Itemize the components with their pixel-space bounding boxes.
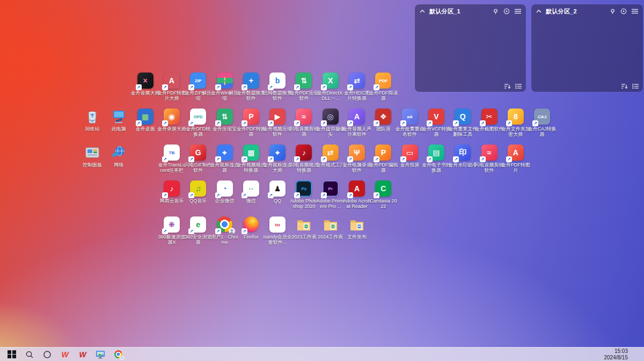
app-icon-image: ⇅↗ [217, 109, 233, 125]
shortcut-arrow-badge: ↗ [241, 120, 247, 126]
fence-title[interactable]: 默认分区_1 [429, 8, 493, 16]
app-icon-image: X↗ [323, 73, 339, 89]
desktop-icon-label: 金舟PDF阅读器 [369, 90, 398, 101]
control-panel-icon [84, 145, 100, 161]
app-icon-image: G↗ [190, 145, 206, 161]
desktop-icon[interactable]: CAJ↗金舟CAJ转换器 [526, 109, 558, 137]
app-icon-image: ↗ [243, 216, 259, 233]
app-icon-image: ¦↗ [217, 73, 233, 89]
app-icon-image: ≈↗ [481, 145, 497, 161]
shortcut-arrow-badge: ↗ [427, 120, 433, 126]
fence-header: 默认分区_1 [415, 4, 526, 18]
chrome-button[interactable] [112, 348, 125, 361]
app-icon-image: ▤↗ [428, 145, 444, 161]
app-icon-image: C↗ [375, 180, 391, 197]
shortcut-arrow-badge: ↗ [162, 84, 168, 90]
app-icon-image: ❖↗ [375, 109, 391, 125]
cortana-button[interactable] [41, 348, 54, 361]
desktop-icon[interactable]: 网络 [103, 145, 135, 168]
shortcut-arrow-badge: ↗ [215, 156, 221, 162]
app-icon-image: Ps↗ [296, 180, 312, 197]
shortcut-arrow-badge: ↗ [453, 120, 459, 126]
app-icon-image: e↗ [190, 216, 206, 233]
app-icon-image: Pr↗ [323, 180, 339, 197]
sort-icon[interactable] [621, 83, 628, 89]
desktop-icon[interactable]: C↗Camtasia 2022 [367, 180, 399, 209]
chevron-up-icon[interactable] [536, 9, 541, 13]
shortcut-arrow-badge: ↗ [374, 120, 379, 126]
shortcut-arrow-badge: ↗ [136, 120, 142, 126]
app-icon-image: ♪↗ [164, 180, 180, 197]
fence-panel-2: 默认分区_2 [531, 4, 643, 92]
app-icon-image: +↗ [243, 73, 259, 89]
shortcut-arrow-badge: ↗ [347, 156, 353, 162]
desktop-icon-label: Camtasia 2022 [369, 198, 398, 209]
app-icon-image: 8↗ [508, 109, 524, 125]
app-icon-image: b↗ [269, 73, 286, 89]
monitor-icon [96, 350, 105, 359]
shortcut-arrow-badge: ↗ [374, 156, 379, 162]
app-icon-image: ▶↗ [269, 109, 286, 125]
wps-button-2[interactable]: W [76, 348, 89, 361]
shortcut-arrow-badge: ↗ [321, 156, 327, 162]
app-icon-image: Ψ↗ [349, 145, 365, 161]
desktop-icon[interactable]: PDF↗金舟PDF阅读器 [367, 73, 399, 101]
start-button[interactable] [5, 348, 18, 361]
chevron-up-icon[interactable] [420, 9, 425, 13]
sort-icon[interactable] [504, 83, 511, 89]
folder-xls-icon [296, 216, 312, 233]
clock-date: 2024/8/15 [604, 355, 628, 361]
menu-icon[interactable] [515, 9, 521, 14]
pin-icon[interactable] [493, 9, 499, 15]
list-view-icon[interactable] [515, 83, 522, 89]
desktop-icon[interactable]: 文件发布 [341, 216, 373, 240]
app-icon-image: ♫↗ [190, 180, 206, 197]
wps-icon: W [61, 351, 68, 358]
shortcut-arrow-badge: ↗ [506, 120, 512, 126]
shortcut-arrow-badge: ↗ [215, 228, 221, 234]
app-icon-image: OFD↗ [190, 109, 206, 125]
app-tile-icon: ∞ [269, 216, 286, 233]
target-icon[interactable] [503, 8, 510, 15]
app-icon-image: A↗ [164, 73, 180, 89]
desktop-icon-label: 金舟PDF转图片 [501, 162, 530, 173]
app-icon-image: ×↗ [137, 73, 153, 89]
desktop-icon[interactable]: A↗金舟PDF转图片 [500, 145, 532, 173]
shortcut-arrow-badge: ↗ [347, 84, 353, 90]
app-icon-image: A↗ [349, 109, 365, 125]
shortcut-arrow-badge: ↗ [188, 192, 194, 198]
menu-icon[interactable] [632, 9, 638, 14]
pin-icon[interactable] [610, 9, 616, 15]
list-view-icon[interactable] [632, 83, 639, 89]
app-icon-image: ▦↗ [137, 109, 153, 125]
shortcut-arrow-badge: ↗ [215, 192, 221, 198]
shortcut-arrow-badge: ↗ [427, 156, 433, 162]
desktop-icon-label: 金舟CAJ转换器 [528, 126, 557, 137]
shortcut-arrow-badge: ↗ [374, 84, 379, 90]
cortana-icon [43, 350, 52, 359]
taskbar-clock[interactable]: 15:03 2024/8/15 [604, 348, 628, 361]
app-icon-image: ◉↗ [164, 109, 180, 125]
wps-button-1[interactable]: W [58, 348, 71, 361]
taskbar: W W 15:03 2024/8/15 [0, 347, 644, 361]
profile-badge-icon [229, 228, 235, 234]
app-icon-image: ◔↗ [217, 180, 233, 197]
app-icon-image: ♟↗ [269, 180, 286, 197]
target-icon[interactable] [620, 8, 627, 15]
fence-title[interactable]: 默认分区_2 [546, 8, 610, 16]
shortcut-arrow-badge: ↗ [321, 120, 327, 126]
network-icon [111, 145, 127, 161]
shortcut-arrow-badge: ↗ [480, 156, 486, 162]
shortcut-arrow-badge: ↗ [321, 192, 327, 198]
app-icon-image: ⌖↗ [269, 145, 286, 161]
shortcut-arrow-badge: ↗ [347, 120, 353, 126]
search-button[interactable] [23, 348, 36, 361]
search-icon [25, 350, 34, 359]
app-icon-image: ▭↗ [402, 145, 418, 161]
app-icon-image: TB↗ [164, 145, 180, 161]
shortcut-arrow-badge: ↗ [241, 228, 247, 234]
shortcut-arrow-badge: ↗ [215, 120, 221, 126]
shortcut-arrow-badge: ↗ [294, 84, 300, 90]
display-app-button[interactable] [94, 348, 107, 361]
shortcut-arrow-badge: ↗ [188, 156, 194, 162]
